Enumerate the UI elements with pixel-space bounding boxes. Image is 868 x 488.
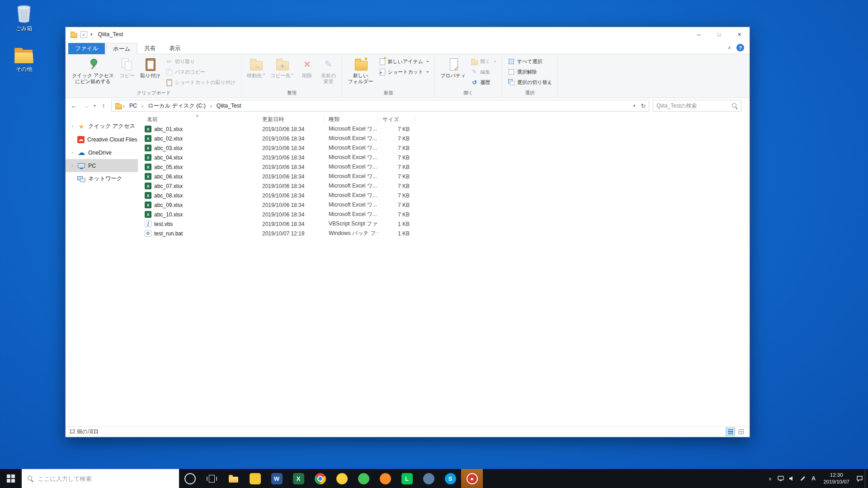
open-button[interactable]: 開く [468, 56, 498, 66]
paste-button[interactable]: 貼り付け [138, 55, 163, 89]
column-header-type[interactable]: 種類 [324, 114, 378, 124]
shortcut-button[interactable]: ↗ ショートカット [376, 67, 432, 77]
forward-button[interactable]: → [80, 100, 92, 112]
ribbon-tab[interactable]: 共有 [137, 43, 162, 54]
start-button[interactable] [0, 469, 22, 488]
help-icon[interactable]: ? [736, 44, 744, 52]
address-box[interactable]: PC ローカル ディスク (C:) Qiita_Test ▾ ↻ [111, 100, 649, 112]
breadcrumb-item[interactable]: ローカル ディスク (C:) [144, 102, 209, 110]
taskbar-app-button[interactable] [353, 469, 374, 488]
file-row[interactable]: X abc_09.xlsx 2019/10/06 18:34 Microsoft… [138, 200, 750, 210]
taskbar-search-input[interactable] [38, 475, 174, 482]
history-button[interactable]: ↺ 履歴 [468, 77, 498, 87]
copy-path-button[interactable]: パスのコピー [163, 67, 238, 77]
minimize-button[interactable]: – [689, 27, 709, 42]
sidebar-item[interactable]: › PC [66, 159, 138, 172]
taskbar-app-button[interactable]: L [396, 469, 418, 488]
address-dropdown-icon[interactable]: ▾ [630, 103, 639, 108]
taskbar-app-button[interactable] [418, 469, 439, 488]
new-folder-button[interactable]: * 新しい フォルダー [345, 55, 375, 89]
taskbar-app-button[interactable]: S [439, 469, 461, 488]
expander-icon[interactable]: › [70, 150, 75, 155]
pin-to-quick-access-button[interactable]: クイック アクセス にピン留めする [70, 55, 116, 89]
copy-button[interactable]: コピー [117, 55, 137, 89]
taskbar-app-button[interactable] [201, 469, 222, 488]
sidebar-item[interactable]: ネットワーク [66, 172, 138, 185]
file-row[interactable]: ⚙ test_run.bat 2019/10/07 12:19 Windows … [138, 229, 750, 238]
file-row[interactable]: X abc_03.xlsx 2019/10/06 18:34 Microsoft… [138, 143, 750, 153]
taskbar-app-icon: W [271, 473, 283, 484]
expander-icon[interactable]: › [70, 124, 75, 129]
display-tray-icon[interactable] [775, 469, 786, 488]
file-row[interactable]: X abc_02.xlsx 2019/10/06 18:34 Microsoft… [138, 134, 750, 143]
invert-selection-button[interactable]: 選択の切り替え [505, 77, 555, 87]
breadcrumb-item[interactable]: PC [126, 103, 141, 109]
file-row[interactable]: X abc_01.xlsx 2019/10/06 18:34 Microsoft… [138, 124, 750, 134]
action-center-button[interactable] [854, 469, 865, 488]
file-size: 7 KB [378, 174, 415, 180]
taskbar-app-button[interactable] [331, 469, 353, 488]
copy-to-button[interactable]: + コピー先 [268, 55, 297, 89]
file-type-icon: X [145, 154, 151, 161]
select-all-button[interactable]: すべて選択 [505, 56, 555, 66]
sidebar-item[interactable]: ☁ Creative Cloud Files [66, 133, 138, 146]
file-row[interactable]: X abc_06.xlsx 2019/10/06 18:34 Microsoft… [138, 172, 750, 181]
taskbar-app-button[interactable] [244, 469, 266, 488]
file-row[interactable]: ʃ test.vbs 2019/10/06 18:34 VBScript Scr… [138, 219, 750, 229]
show-desktop-button[interactable] [865, 469, 868, 488]
ribbon-group-label: 新規 [344, 89, 433, 98]
sidebar-item-label: OneDrive [88, 150, 112, 156]
delete-button[interactable]: × 削除 [297, 55, 317, 89]
properties-button[interactable]: ✓ プロパティ [438, 55, 468, 89]
paste-shortcut-button[interactable]: ショートカットの貼り付け [163, 77, 238, 87]
expander-icon[interactable]: › [70, 163, 75, 168]
cut-button[interactable]: ✂ 切り取り [163, 56, 238, 66]
close-button[interactable]: × [729, 27, 750, 42]
taskbar-app-button[interactable] [222, 469, 244, 488]
minimize-ribbon-icon[interactable]: ∧ [728, 45, 731, 50]
taskbar-search-box[interactable] [22, 469, 179, 488]
details-view-button[interactable] [726, 427, 735, 436]
desktop-icon-recycle-bin[interactable]: ごみ箱 [5, 4, 42, 33]
move-to-button[interactable]: → 移動先 [245, 55, 268, 89]
column-header-size[interactable]: サイズ [378, 114, 415, 124]
file-row[interactable]: X abc_07.xlsx 2019/10/06 18:34 Microsoft… [138, 181, 750, 191]
explorer-search-input[interactable] [656, 103, 731, 109]
quick-access-toolbar-caret-icon[interactable]: ▾ [90, 32, 93, 37]
taskbar-app-button[interactable] [309, 469, 331, 488]
maximize-button[interactable]: □ [709, 27, 729, 42]
taskbar-app-button[interactable] [374, 469, 396, 488]
rename-button[interactable]: ✎ 名前の 変更 [318, 55, 339, 89]
select-none-button[interactable]: 選択解除 [505, 67, 555, 77]
recent-locations-caret-icon[interactable]: ▾ [92, 103, 98, 108]
edit-button[interactable]: ✎ 編集 [468, 67, 498, 77]
file-row[interactable]: X abc_10.xlsx 2019/10/06 18:34 Microsoft… [138, 210, 750, 219]
desktop-icon-folder-others[interactable]: その他 [5, 47, 42, 73]
volume-tray-icon[interactable] [786, 469, 797, 488]
taskbar-clock[interactable]: 12:30 2019/10/07 [819, 472, 854, 485]
ribbon-tab[interactable]: 表示 [162, 43, 187, 54]
taskbar-app-button[interactable]: X [288, 469, 309, 488]
file-row[interactable]: X abc_05.xlsx 2019/10/06 18:34 Microsoft… [138, 162, 750, 172]
explorer-search-box[interactable] [653, 100, 741, 112]
quick-access-toolbar-button[interactable]: ✓ [80, 31, 87, 38]
taskbar-app-button[interactable] [179, 469, 201, 488]
pen-tray-icon[interactable] [797, 469, 808, 488]
thumbnail-view-button[interactable] [736, 427, 746, 436]
taskbar-app-button[interactable]: W [266, 469, 288, 488]
new-item-button[interactable]: * 新しいアイテム [376, 56, 432, 66]
column-header-modified[interactable]: 更新日時 [258, 114, 324, 124]
ime-indicator[interactable]: A [808, 469, 819, 488]
back-button[interactable]: ← [68, 100, 80, 112]
file-row[interactable]: X abc_04.xlsx 2019/10/06 18:34 Microsoft… [138, 153, 750, 162]
show-hidden-icons-button[interactable]: ∧ [764, 469, 775, 488]
taskbar-app-button[interactable]: ● [461, 469, 483, 488]
file-row[interactable]: X abc_08.xlsx 2019/10/06 18:34 Microsoft… [138, 191, 750, 200]
ribbon-tab[interactable]: ホーム [106, 43, 137, 54]
sidebar-item[interactable]: › ★ クイック アクセス [66, 120, 138, 133]
ribbon-tab[interactable]: ファイル [68, 43, 105, 54]
sidebar-item[interactable]: › ☁ OneDrive [66, 146, 138, 159]
refresh-icon[interactable]: ↻ [639, 103, 648, 109]
breadcrumb-item[interactable]: Qiita_Test [213, 103, 245, 109]
up-button[interactable]: ↑ [98, 100, 109, 112]
